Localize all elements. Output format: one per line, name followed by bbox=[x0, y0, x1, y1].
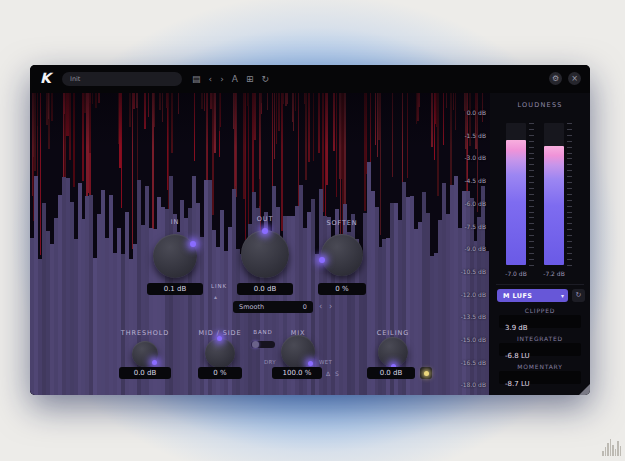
panel-divider bbox=[496, 284, 584, 285]
momentary-label: MOMENTARY bbox=[490, 363, 590, 370]
momentary-value-box: -8.7 LU bbox=[499, 371, 581, 384]
threshold-knob-indicator bbox=[152, 360, 157, 365]
plugin-window: K ▤ ‹ › A ⊞ ↻ ⚙ × 0.0 dB-1.5 dB-3.0 dB-4… bbox=[30, 65, 590, 395]
integrated-label: INTEGRATED bbox=[490, 335, 590, 342]
momentary-value: -8.7 LU bbox=[499, 380, 530, 388]
threshold-label: THRESHOLD bbox=[110, 329, 180, 337]
ceiling-lock-button[interactable] bbox=[420, 367, 432, 379]
midside-knob-indicator bbox=[217, 336, 222, 341]
soften-knob-indicator bbox=[319, 257, 325, 263]
meter-right-ticks bbox=[566, 123, 574, 269]
prev-preset-icon[interactable]: ‹ bbox=[209, 71, 213, 87]
mix-value[interactable]: 100.0 % bbox=[272, 367, 322, 379]
integrated-value-box: -6.8 LU bbox=[499, 343, 581, 356]
ceiling-lock-icon bbox=[424, 371, 429, 376]
smooth-prev-button[interactable]: ‹ bbox=[319, 302, 322, 312]
save-icon[interactable]: ▤ bbox=[192, 71, 201, 87]
soften-knob[interactable] bbox=[321, 234, 363, 276]
in-value[interactable]: 0.1 dB bbox=[147, 283, 203, 295]
meter-reset-icon: ↻ bbox=[576, 291, 582, 299]
mix-dry-label: DRY bbox=[264, 359, 276, 365]
out-knob-indicator bbox=[262, 228, 268, 234]
brand-logo: K bbox=[40, 70, 51, 86]
meter-left-value: -7.0 dB bbox=[496, 270, 536, 277]
clipped-value-box: 3.9 dB bbox=[499, 315, 581, 328]
in-knob[interactable] bbox=[153, 234, 197, 278]
meter-right-fill bbox=[544, 146, 564, 265]
out-knob[interactable] bbox=[241, 230, 289, 278]
copy-icon[interactable]: ⊞ bbox=[246, 71, 254, 87]
midside-value[interactable]: 0 % bbox=[198, 367, 242, 379]
smooth-dropdown-label: Smooth bbox=[233, 303, 303, 311]
meter-reset-button[interactable]: ↻ bbox=[572, 289, 585, 302]
delta-solo-icon[interactable]: S bbox=[335, 369, 339, 379]
out-value[interactable]: 0.0 dB bbox=[237, 283, 293, 295]
in-knob-indicator bbox=[190, 241, 196, 247]
settings-button[interactable]: ⚙ bbox=[549, 72, 562, 85]
ceiling-knob[interactable] bbox=[378, 337, 408, 367]
soften-knob-label: SOFTEN bbox=[312, 219, 372, 227]
smooth-dropdown[interactable]: Smooth 0 bbox=[233, 301, 313, 313]
meter-right-value: -7.2 dB bbox=[534, 270, 574, 277]
delta-icon[interactable]: Δ bbox=[326, 369, 330, 379]
loudness-panel: LOUDNESS -7.0 dB -7.2 dB M LUFS ▾ ↻ CLIP… bbox=[490, 93, 590, 395]
threshold-value[interactable]: 0.0 dB bbox=[119, 367, 171, 379]
link-label: LINK bbox=[206, 283, 232, 289]
smooth-next-button[interactable]: › bbox=[329, 302, 332, 312]
titlebar-toolbar: ▤ ‹ › A ⊞ ↻ bbox=[192, 71, 269, 87]
smooth-dropdown-value: 0 bbox=[303, 303, 313, 311]
chevron-down-icon: ▾ bbox=[561, 292, 568, 299]
band-toggle-thumb bbox=[252, 341, 259, 348]
ceiling-value[interactable]: 0.0 dB bbox=[367, 367, 415, 379]
integrated-value: -6.8 LU bbox=[499, 352, 530, 360]
mix-wet-label: WET bbox=[319, 359, 332, 365]
meter-left-fill bbox=[506, 140, 526, 265]
meter-right-track bbox=[544, 123, 564, 265]
titlebar: K ▤ ‹ › A ⊞ ↻ ⚙ × bbox=[30, 65, 590, 93]
link-toggle[interactable]: ▴ bbox=[214, 292, 217, 302]
midside-knob[interactable] bbox=[205, 338, 235, 368]
meter-left-track bbox=[506, 123, 526, 265]
clipped-value: 3.9 dB bbox=[499, 324, 528, 332]
out-knob-label: OUT bbox=[235, 215, 295, 223]
close-button[interactable]: × bbox=[568, 72, 581, 85]
mix-knob[interactable] bbox=[281, 335, 315, 369]
next-preset-icon[interactable]: › bbox=[220, 71, 224, 87]
reset-icon[interactable]: ↻ bbox=[261, 71, 269, 87]
in-knob-label: IN bbox=[145, 218, 205, 226]
close-icon: × bbox=[571, 74, 578, 83]
watermark bbox=[602, 439, 621, 456]
mix-knob-indicator bbox=[308, 361, 313, 366]
gear-icon: ⚙ bbox=[552, 74, 559, 83]
loudness-title: LOUDNESS bbox=[490, 101, 590, 109]
ab-compare-icon[interactable]: A bbox=[232, 71, 238, 87]
meter-left-ticks bbox=[528, 123, 536, 269]
page-background: K ▤ ‹ › A ⊞ ↻ ⚙ × 0.0 dB-1.5 dB-3.0 dB-4… bbox=[0, 0, 625, 461]
soften-value[interactable]: 0 % bbox=[318, 283, 366, 295]
threshold-knob[interactable] bbox=[132, 341, 158, 367]
loudness-mode-label: M LUFS bbox=[497, 292, 561, 300]
resize-grip[interactable] bbox=[579, 384, 590, 395]
waveform-display: 0.0 dB-1.5 dB-3.0 dB-4.5 dB-6.0 dB-7.5 d… bbox=[30, 93, 490, 395]
preset-name-field[interactable] bbox=[62, 72, 182, 86]
loudness-mode-dropdown[interactable]: M LUFS ▾ bbox=[497, 289, 568, 302]
band-toggle[interactable] bbox=[251, 341, 275, 348]
clipped-label: CLIPPED bbox=[490, 307, 590, 314]
ceiling-label: CEILING bbox=[365, 329, 421, 337]
